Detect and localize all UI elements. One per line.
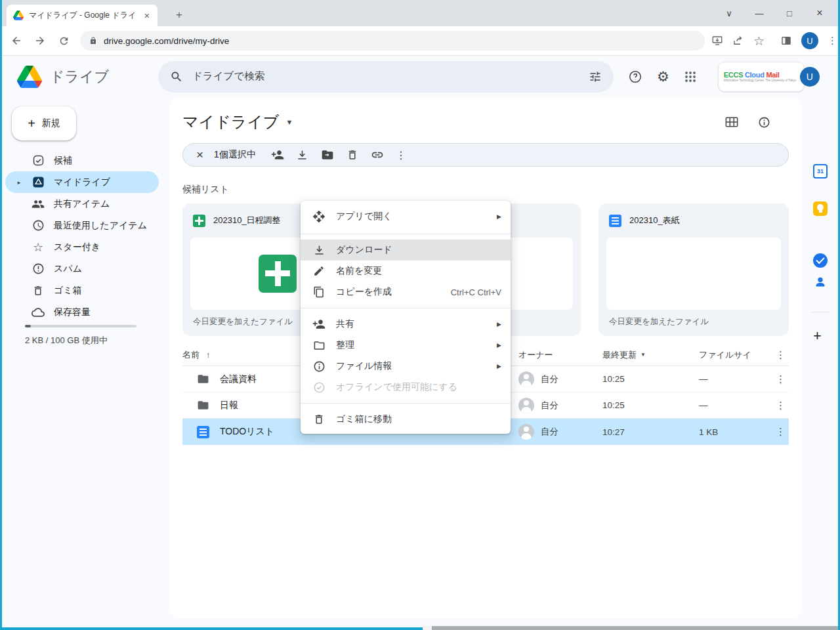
column-header-owner[interactable]: オーナー [518, 349, 602, 361]
expand-arrow-icon[interactable]: ▸ [16, 179, 22, 186]
sort-descending-icon[interactable]: ▼ [640, 352, 646, 358]
row-menu-icon[interactable]: ⋮ [772, 373, 789, 385]
scrollbar-gap [423, 625, 432, 630]
copy-icon [312, 285, 326, 299]
account-avatar[interactable]: U [800, 67, 820, 87]
account-brand: ECCS Cloud Mail [724, 71, 796, 79]
dropdown-caret-icon: ▼ [285, 118, 293, 126]
selection-count: 1個選択中 [214, 149, 256, 161]
sidebar-item-trash[interactable]: ゴミ箱 [5, 280, 159, 301]
sidebar-item-recent[interactable]: 最近使用したアイテム [5, 215, 159, 236]
trash-icon[interactable] [340, 145, 365, 165]
calendar-icon[interactable]: 31 [813, 164, 828, 178]
column-header-size[interactable]: ファイルサイ [699, 349, 772, 361]
side-panel-icon[interactable] [780, 35, 792, 47]
new-button[interactable]: + 新規 [12, 106, 76, 140]
context-menu: アプリで開く ▶ ダウンロード 名前を変更 コピーを作成 Ctrl+C Ctrl… [301, 201, 511, 434]
storage-progress-fill [25, 325, 31, 327]
download-icon[interactable] [290, 145, 315, 165]
menu-item-file-info[interactable]: ファイル情報 ▶ [301, 356, 511, 377]
page-title-dropdown[interactable]: マイドライブ ▼ [182, 112, 293, 133]
submenu-arrow-icon: ▶ [497, 213, 501, 220]
menu-item-rename[interactable]: 名前を変更 [301, 261, 511, 282]
window-maximize-button[interactable]: □ [774, 9, 805, 18]
menu-divider [301, 234, 511, 234]
apps-grid-icon[interactable] [684, 70, 697, 83]
address-bar[interactable]: drive.google.com/drive/my-drive [80, 31, 705, 51]
window-close-button[interactable]: × [805, 7, 835, 19]
share-icon[interactable] [732, 35, 744, 47]
get-link-icon[interactable] [365, 145, 390, 165]
folder-icon [197, 373, 209, 385]
star-icon: ☆ [32, 241, 45, 254]
url-text: drive.google.com/drive/my-drive [104, 36, 229, 46]
drive-header: ドライブ ドライブで検索 ⚙ ECCS Cloud Mail Informati [0, 56, 840, 97]
share-person-add-icon[interactable] [265, 145, 290, 165]
sidebar-item-spam[interactable]: スパム [5, 258, 159, 280]
menu-item-move-to-trash[interactable]: ゴミ箱に移動 [301, 409, 511, 430]
sidebar-item-shared[interactable]: 共有アイテム [5, 193, 159, 215]
approval-check-icon [32, 154, 45, 167]
browser-profile-avatar[interactable]: U [801, 32, 818, 49]
drive-logo[interactable]: ドライブ [17, 66, 158, 88]
account-badge[interactable]: ECCS Cloud Mail Information Technology C… [718, 62, 805, 92]
docs-file-icon [197, 426, 209, 438]
open-with-icon [312, 210, 326, 223]
menu-item-download[interactable]: ダウンロード [301, 240, 511, 261]
share-person-add-icon [312, 318, 326, 331]
contacts-icon[interactable] [813, 275, 828, 289]
menu-item-share[interactable]: 共有 ▶ [301, 314, 511, 335]
column-header-name[interactable]: 名前 [182, 349, 200, 361]
grid-view-icon[interactable] [725, 116, 738, 128]
back-button[interactable] [7, 31, 26, 51]
sheets-logo-icon [259, 255, 297, 293]
sort-ascending-icon[interactable]: ↑ [206, 350, 211, 360]
sidebar-item-suggested[interactable]: 候補 [5, 150, 159, 171]
forward-button[interactable] [30, 31, 50, 51]
horizontal-scrollbar[interactable] [432, 626, 838, 630]
more-actions-icon[interactable]: ⋮ [390, 149, 412, 161]
drive-logo-icon [17, 66, 42, 88]
reload-button[interactable] [54, 31, 74, 51]
window-minimize-button[interactable]: — [744, 9, 774, 18]
clear-selection-icon[interactable]: × [192, 148, 207, 162]
lock-icon [89, 37, 97, 45]
move-to-folder-icon[interactable] [315, 145, 340, 165]
settings-gear-icon[interactable]: ⚙ [657, 69, 669, 85]
menu-item-organize[interactable]: 整理 ▶ [301, 335, 511, 356]
trash-icon [312, 413, 326, 426]
storage-usage-text: 2 KB / 100 GB 使用中 [25, 335, 108, 346]
keep-icon[interactable] [813, 201, 828, 216]
browser-tab[interactable]: マイドライブ - Google ドライブ × [7, 5, 158, 26]
menu-item-open-with[interactable]: アプリで開く ▶ [301, 205, 511, 228]
menu-divider [301, 308, 511, 308]
file-card[interactable]: 202310_表紙 今日変更を加えたファイル [598, 203, 789, 336]
menu-item-make-copy[interactable]: コピーを作成 Ctrl+C Ctrl+V [301, 282, 511, 303]
rail-divider [811, 312, 830, 312]
selection-toolbar: × 1個選択中 ⋮ [182, 143, 789, 167]
search-options-icon[interactable] [589, 70, 602, 83]
add-apps-icon[interactable]: + [813, 327, 822, 345]
row-menu-icon[interactable]: ⋮ [772, 400, 789, 411]
docs-file-icon [609, 215, 621, 227]
search-bar[interactable]: ドライブで検索 [158, 61, 614, 93]
search-placeholder: ドライブで検索 [192, 70, 579, 83]
spam-icon [32, 262, 45, 276]
sidebar-item-my-drive[interactable]: ▸ マイドライブ [5, 171, 159, 193]
install-icon[interactable] [711, 35, 723, 47]
tab-search-chevron-icon[interactable]: ∨ [714, 9, 744, 18]
sidebar-item-storage[interactable]: 保存容量 [5, 301, 159, 323]
row-menu-icon[interactable]: ⋮ [772, 426, 789, 438]
column-header-modified[interactable]: 最終更新 [602, 349, 637, 361]
new-tab-button[interactable]: + [171, 7, 188, 24]
tasks-icon[interactable] [813, 253, 828, 268]
submenu-arrow-icon: ▶ [497, 342, 501, 348]
bookmark-star-icon[interactable]: ☆ [753, 33, 765, 49]
browser-menu-icon[interactable]: ⋮ [828, 35, 837, 47]
column-options-icon[interactable]: ⋮ [772, 349, 789, 361]
sidebar-item-starred[interactable]: ☆ スター付き [5, 236, 159, 258]
owner-avatar [518, 371, 534, 387]
help-icon[interactable] [628, 70, 642, 84]
tab-close-icon[interactable]: × [142, 11, 152, 20]
details-info-icon[interactable] [758, 116, 770, 129]
